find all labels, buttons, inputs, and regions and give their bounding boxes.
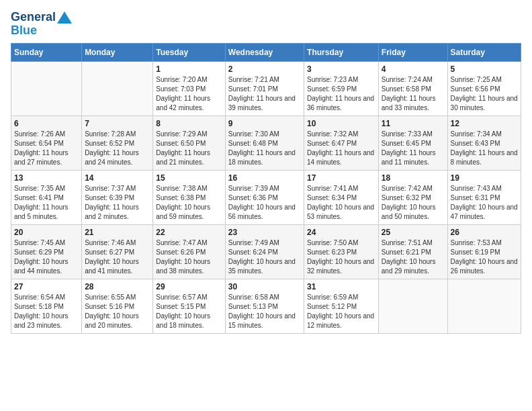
day-number: 18 xyxy=(382,173,445,183)
calendar-header-wednesday: Wednesday xyxy=(225,43,304,61)
day-info: Sunrise: 7:43 AM Sunset: 6:31 PM Dayligh… xyxy=(451,184,518,222)
day-info: Sunrise: 7:25 AM Sunset: 6:56 PM Dayligh… xyxy=(451,75,518,113)
calendar-cell: 16Sunrise: 7:39 AM Sunset: 6:36 PM Dayli… xyxy=(225,170,304,224)
day-info: Sunrise: 7:49 AM Sunset: 6:24 PM Dayligh… xyxy=(228,238,301,276)
calendar-cell: 19Sunrise: 7:43 AM Sunset: 6:31 PM Dayli… xyxy=(447,170,521,224)
calendar-cell: 21Sunrise: 7:46 AM Sunset: 6:27 PM Dayli… xyxy=(82,224,153,279)
day-info: Sunrise: 7:38 AM Sunset: 6:38 PM Dayligh… xyxy=(156,184,222,222)
day-number: 23 xyxy=(228,228,301,237)
calendar-header-monday: Monday xyxy=(82,43,153,61)
calendar-header-row: SundayMondayTuesdayWednesdayThursdayFrid… xyxy=(11,43,521,61)
day-number: 12 xyxy=(451,119,518,128)
day-info: Sunrise: 7:26 AM Sunset: 6:54 PM Dayligh… xyxy=(14,130,79,167)
calendar-header-friday: Friday xyxy=(378,43,447,61)
day-info: Sunrise: 7:46 AM Sunset: 6:27 PM Dayligh… xyxy=(85,238,150,276)
day-number: 11 xyxy=(382,119,445,128)
day-number: 5 xyxy=(451,64,518,74)
calendar-cell: 23Sunrise: 7:49 AM Sunset: 6:24 PM Dayli… xyxy=(225,224,304,279)
day-info: Sunrise: 7:32 AM Sunset: 6:47 PM Dayligh… xyxy=(307,130,375,167)
calendar-cell: 2Sunrise: 7:21 AM Sunset: 7:01 PM Daylig… xyxy=(225,61,304,116)
day-info: Sunrise: 6:58 AM Sunset: 5:13 PM Dayligh… xyxy=(228,293,301,330)
logo-text-general: General xyxy=(11,11,56,24)
day-info: Sunrise: 7:24 AM Sunset: 6:58 PM Dayligh… xyxy=(382,75,445,113)
day-number: 27 xyxy=(14,282,79,291)
day-number: 10 xyxy=(307,119,375,128)
logo-text-blue: Blue xyxy=(11,24,37,38)
calendar-week-row: 20Sunrise: 7:45 AM Sunset: 6:29 PM Dayli… xyxy=(11,224,521,279)
day-number: 19 xyxy=(451,173,518,183)
day-info: Sunrise: 7:21 AM Sunset: 7:01 PM Dayligh… xyxy=(228,75,301,113)
day-number: 16 xyxy=(228,173,301,183)
day-number: 31 xyxy=(307,282,375,291)
calendar-cell: 9Sunrise: 7:30 AM Sunset: 6:48 PM Daylig… xyxy=(225,116,304,170)
calendar-cell: 7Sunrise: 7:28 AM Sunset: 6:52 PM Daylig… xyxy=(82,116,153,170)
calendar-cell: 10Sunrise: 7:32 AM Sunset: 6:47 PM Dayli… xyxy=(304,116,379,170)
calendar-cell: 29Sunrise: 6:57 AM Sunset: 5:15 PM Dayli… xyxy=(153,279,225,333)
calendar-cell xyxy=(82,61,153,116)
day-number: 26 xyxy=(451,228,518,237)
day-info: Sunrise: 7:39 AM Sunset: 6:36 PM Dayligh… xyxy=(228,184,301,222)
day-info: Sunrise: 7:53 AM Sunset: 6:19 PM Dayligh… xyxy=(451,238,518,276)
calendar-cell: 15Sunrise: 7:38 AM Sunset: 6:38 PM Dayli… xyxy=(153,170,225,224)
day-info: Sunrise: 7:34 AM Sunset: 6:43 PM Dayligh… xyxy=(451,130,518,167)
calendar-table: SundayMondayTuesdayWednesdayThursdayFrid… xyxy=(11,43,521,334)
calendar-header-tuesday: Tuesday xyxy=(153,43,225,61)
day-info: Sunrise: 7:23 AM Sunset: 6:59 PM Dayligh… xyxy=(307,75,375,113)
day-number: 7 xyxy=(85,119,150,128)
day-number: 2 xyxy=(228,64,301,74)
day-info: Sunrise: 7:47 AM Sunset: 6:26 PM Dayligh… xyxy=(156,238,222,276)
calendar-week-row: 13Sunrise: 7:35 AM Sunset: 6:41 PM Dayli… xyxy=(11,170,521,224)
calendar-cell: 11Sunrise: 7:33 AM Sunset: 6:45 PM Dayli… xyxy=(378,116,447,170)
calendar-cell: 12Sunrise: 7:34 AM Sunset: 6:43 PM Dayli… xyxy=(447,116,521,170)
calendar-cell: 30Sunrise: 6:58 AM Sunset: 5:13 PM Dayli… xyxy=(225,279,304,333)
day-info: Sunrise: 7:28 AM Sunset: 6:52 PM Dayligh… xyxy=(85,130,150,167)
calendar-cell: 4Sunrise: 7:24 AM Sunset: 6:58 PM Daylig… xyxy=(378,61,447,116)
calendar-cell: 5Sunrise: 7:25 AM Sunset: 6:56 PM Daylig… xyxy=(447,61,521,116)
calendar-cell: 17Sunrise: 7:41 AM Sunset: 6:34 PM Dayli… xyxy=(304,170,379,224)
calendar-cell: 28Sunrise: 6:55 AM Sunset: 5:16 PM Dayli… xyxy=(82,279,153,333)
day-number: 4 xyxy=(382,64,445,74)
day-number: 3 xyxy=(307,64,375,74)
day-number: 14 xyxy=(85,173,150,183)
calendar-cell: 18Sunrise: 7:42 AM Sunset: 6:32 PM Dayli… xyxy=(378,170,447,224)
calendar-header-sunday: Sunday xyxy=(11,43,82,61)
calendar-cell: 27Sunrise: 6:54 AM Sunset: 5:18 PM Dayli… xyxy=(11,279,82,333)
logo: General Blue xyxy=(11,11,72,38)
day-info: Sunrise: 7:45 AM Sunset: 6:29 PM Dayligh… xyxy=(14,238,79,276)
header: General Blue xyxy=(11,11,521,38)
day-info: Sunrise: 7:42 AM Sunset: 6:32 PM Dayligh… xyxy=(382,184,445,222)
day-number: 25 xyxy=(382,228,445,237)
day-number: 22 xyxy=(156,228,222,237)
calendar-header-saturday: Saturday xyxy=(447,43,521,61)
day-number: 9 xyxy=(228,119,301,128)
day-info: Sunrise: 7:41 AM Sunset: 6:34 PM Dayligh… xyxy=(307,184,375,222)
day-info: Sunrise: 6:59 AM Sunset: 5:12 PM Dayligh… xyxy=(307,293,375,330)
day-number: 1 xyxy=(156,64,222,74)
calendar-cell xyxy=(11,61,82,116)
day-info: Sunrise: 7:29 AM Sunset: 6:50 PM Dayligh… xyxy=(156,130,222,167)
calendar-cell: 22Sunrise: 7:47 AM Sunset: 6:26 PM Dayli… xyxy=(153,224,225,279)
day-info: Sunrise: 7:33 AM Sunset: 6:45 PM Dayligh… xyxy=(382,130,445,167)
calendar-cell: 6Sunrise: 7:26 AM Sunset: 6:54 PM Daylig… xyxy=(11,116,82,170)
day-number: 29 xyxy=(156,282,222,291)
calendar-cell: 14Sunrise: 7:37 AM Sunset: 6:39 PM Dayli… xyxy=(82,170,153,224)
calendar-week-row: 27Sunrise: 6:54 AM Sunset: 5:18 PM Dayli… xyxy=(11,279,521,333)
day-info: Sunrise: 7:51 AM Sunset: 6:21 PM Dayligh… xyxy=(382,238,445,276)
calendar-cell: 25Sunrise: 7:51 AM Sunset: 6:21 PM Dayli… xyxy=(378,224,447,279)
day-info: Sunrise: 7:35 AM Sunset: 6:41 PM Dayligh… xyxy=(14,184,79,222)
calendar-week-row: 1Sunrise: 7:20 AM Sunset: 7:03 PM Daylig… xyxy=(11,61,521,116)
day-number: 6 xyxy=(14,119,79,128)
day-number: 28 xyxy=(85,282,150,291)
day-info: Sunrise: 7:20 AM Sunset: 7:03 PM Dayligh… xyxy=(156,75,222,113)
logo-icon xyxy=(57,11,72,24)
calendar-cell: 1Sunrise: 7:20 AM Sunset: 7:03 PM Daylig… xyxy=(153,61,225,116)
calendar-header-thursday: Thursday xyxy=(304,43,379,61)
day-number: 13 xyxy=(14,173,79,183)
calendar-cell xyxy=(447,279,521,333)
day-number: 17 xyxy=(307,173,375,183)
calendar-cell: 26Sunrise: 7:53 AM Sunset: 6:19 PM Dayli… xyxy=(447,224,521,279)
day-info: Sunrise: 6:57 AM Sunset: 5:15 PM Dayligh… xyxy=(156,293,222,330)
day-number: 24 xyxy=(307,228,375,237)
day-number: 20 xyxy=(14,228,79,237)
day-number: 15 xyxy=(156,173,222,183)
